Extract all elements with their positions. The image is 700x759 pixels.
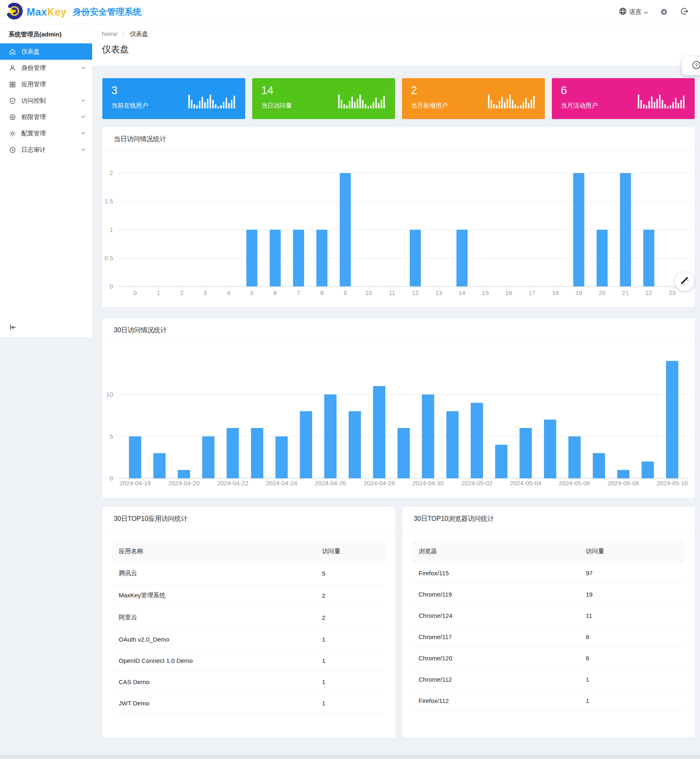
setting-icon: [9, 130, 16, 137]
chevron-down-icon: [81, 99, 86, 102]
stat-card: 2当月新增用户: [402, 78, 545, 119]
stat-cards-row: 3当前在线用户14当日访问量2当月新增用户6当月活动用户: [102, 78, 695, 119]
sidebar-item-audit[interactable]: 日志审计: [0, 142, 92, 158]
x-axis-tick-label: 2024-05-08: [607, 480, 639, 486]
sidebar-item-access-control[interactable]: 访问控制: [0, 92, 92, 109]
stat-card: 6当月活动用户: [552, 78, 695, 119]
stat-card: 14当日访问量: [252, 78, 395, 119]
breadcrumb-current: 仪表盘: [130, 30, 148, 37]
table-cell: 8: [579, 626, 685, 648]
sidebar-item-label: 访问控制: [21, 97, 46, 105]
sidebar-item-label: 配置管理: [21, 130, 46, 137]
sidebar-item-configuration[interactable]: 配置管理: [0, 125, 92, 142]
top-navbar: MaxKey 身份安全管理系统 语言 ⚙: [0, 0, 700, 24]
x-axis-tick-label: 2024-04-22: [217, 480, 248, 486]
sidebar-item-applications[interactable]: 应用管理: [0, 76, 92, 92]
x-axis-tick-label: 2024-04-24: [266, 480, 297, 486]
table-row: Chrome/1178: [412, 626, 685, 648]
chart-bar: [178, 470, 190, 479]
panel-top10-browsers: 30日TOP10浏览器访问统计浏览器访问量Firefox/11597Chrome…: [402, 507, 695, 738]
sidebar-item-label: 权限管理: [21, 113, 46, 121]
sidebar-item-permissions[interactable]: 权限管理: [0, 109, 92, 125]
table-cell: 11: [579, 605, 685, 626]
admin-user-label: 系统管理员(admin): [0, 24, 92, 43]
sidebar-item-label: 日志审计: [21, 146, 46, 154]
chart-bar: [340, 173, 351, 286]
x-axis-tick-label: 10: [365, 289, 372, 296]
sidebar-collapse-button[interactable]: [9, 323, 17, 333]
chart-bar: [641, 462, 654, 478]
x-axis-tick-label: 19: [575, 289, 582, 296]
sidebar-item-identity[interactable]: 身份管理: [0, 60, 92, 76]
x-axis-tick-label: 4: [227, 289, 230, 296]
chart-bar: [270, 230, 281, 287]
breadcrumb-separator: /: [123, 30, 124, 37]
table-row: OpenID Connect 1.0 Demo1: [112, 650, 385, 671]
table-cell: 2: [316, 585, 385, 607]
sidebar-menu: 仪表盘身份管理应用管理访问控制权限管理配置管理日志审计: [0, 43, 92, 158]
y-axis-tick-label: 2: [110, 169, 113, 176]
chart-bar: [666, 361, 678, 478]
panel-daily-visits: 当日访问情况统计 00.511.520123456789101112131415…: [102, 127, 695, 307]
table-cell: 6: [579, 648, 685, 669]
table-cell: CAS Demo: [112, 671, 316, 693]
chart-bar: [246, 230, 257, 287]
table-cell: Firefox/112: [412, 690, 580, 712]
daily-visits-chart[interactable]: 00.511.520123456789101112131415161718192…: [102, 151, 695, 307]
language-label: 语言: [629, 8, 641, 16]
help-button[interactable]: ?: [682, 56, 700, 75]
x-axis-tick-label: 2024-04-28: [364, 480, 395, 486]
chevron-down-icon: [644, 9, 648, 16]
sidebar-item-label: 应用管理: [21, 81, 46, 88]
table-cell: 97: [579, 563, 685, 584]
x-axis-tick-label: 21: [622, 289, 629, 296]
x-axis-tick-label: 2024-05-10: [657, 480, 688, 486]
svg-text:?: ?: [695, 63, 698, 68]
sidebar-item-dashboard[interactable]: 仪表盘: [0, 43, 92, 60]
x-axis-tick-label: 2024-05-06: [559, 480, 590, 486]
chart-bar: [573, 173, 584, 286]
chart-bar: [373, 386, 385, 479]
home-icon: [9, 48, 16, 55]
table-row: Chrome/12411: [412, 605, 685, 626]
panel-top10-apps: 30日TOP10应用访问统计应用名称访问量腾讯云5MaxKey管理系统2阿里云2…: [102, 507, 395, 738]
chart-bar: [227, 428, 239, 478]
table-row: 阿里云2: [112, 607, 385, 629]
sidebar: 系统管理员(admin) 仪表盘身份管理应用管理访问控制权限管理配置管理日志审计: [0, 24, 92, 337]
language-switcher[interactable]: 语言: [619, 7, 648, 16]
x-axis-tick-label: 22: [646, 289, 653, 296]
table-row: OAuth v2.0_Demo1: [112, 629, 385, 650]
x-axis-tick-label: 3: [203, 289, 207, 296]
table-row: JWT Demo1: [112, 693, 385, 714]
chevron-down-icon: [81, 66, 86, 70]
panel-title: 30日TOP10应用访问统计: [102, 507, 395, 530]
settings-gear-button[interactable]: ⚙: [660, 8, 668, 16]
chart-bar: [410, 230, 421, 287]
y-axis-tick-label: 5: [110, 433, 113, 440]
x-axis-tick-label: 6: [273, 289, 277, 296]
table-row: Firefox/11597: [412, 563, 685, 584]
column-header: 应用名称: [112, 541, 316, 563]
panel-title: 当日访问情况统计: [102, 127, 695, 151]
theme-wand-button[interactable]: [675, 272, 694, 291]
table-row: Chrome/1121: [412, 669, 685, 690]
x-axis-tick-label: 9: [343, 289, 347, 296]
breadcrumb-home-link[interactable]: home: [102, 30, 117, 37]
x-axis-tick-label: 2024-04-18: [120, 480, 151, 486]
x-axis-tick-label: 13: [435, 289, 442, 296]
table-cell: MaxKey管理系统: [112, 585, 316, 607]
bar-chart-icon: [488, 93, 536, 111]
y-axis-tick-label: 0: [110, 283, 113, 290]
chart-bar: [316, 230, 327, 287]
table-row: Chrome/11919: [412, 584, 685, 605]
chart-bar: [154, 453, 166, 479]
table-cell: 2: [316, 607, 385, 629]
appstore-icon: [9, 81, 16, 88]
x-axis-tick-label: 5: [250, 289, 253, 296]
chart-bar: [300, 411, 312, 478]
magic-wand-icon: [680, 276, 689, 287]
x-axis-tick-label: 2024-04-26: [315, 480, 346, 486]
logout-button[interactable]: [680, 7, 689, 17]
chart-bar: [293, 230, 304, 287]
monthly-visits-chart[interactable]: 05102024-04-182024-04-202024-04-222024-0…: [102, 342, 695, 498]
